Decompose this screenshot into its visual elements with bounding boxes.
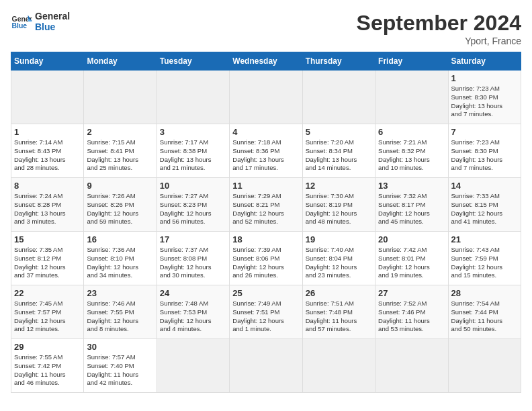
cell-info: Sunrise: 7:55 AMSunset: 7:42 PMDaylight:… (14, 353, 81, 387)
month-title: September 2024 (357, 11, 521, 36)
day-number: 30 (87, 342, 153, 352)
calendar-cell: 12Sunrise: 7:30 AMSunset: 8:19 PMDayligh… (302, 178, 375, 232)
calendar-cell: 16Sunrise: 7:36 AMSunset: 8:10 PMDayligh… (84, 232, 157, 285)
logo-text-line2: Blue (35, 21, 70, 32)
cell-info: Sunrise: 7:15 AMSunset: 8:41 PMDaylight:… (87, 138, 153, 173)
day-number: 4 (232, 127, 299, 137)
calendar-cell: 23Sunrise: 7:46 AMSunset: 7:55 PMDayligh… (84, 285, 157, 339)
calendar-cell: 13Sunrise: 7:32 AMSunset: 8:17 PMDayligh… (375, 178, 448, 232)
calendar-cell: 26Sunrise: 7:51 AMSunset: 7:48 PMDayligh… (302, 285, 375, 339)
calendar-cell: 1Sunrise: 7:23 AMSunset: 8:30 PMDaylight… (448, 71, 521, 124)
calendar-cell (157, 339, 229, 393)
cell-info: Sunrise: 7:30 AMSunset: 8:19 PMDaylight:… (306, 192, 372, 226)
cell-info: Sunrise: 7:36 AMSunset: 8:10 PMDaylight:… (87, 246, 153, 280)
page-header: General Blue General Blue September 2024… (11, 11, 521, 46)
calendar-cell: 30Sunrise: 7:57 AMSunset: 7:40 PMDayligh… (84, 339, 157, 393)
column-header-saturday: Saturday (448, 52, 521, 71)
calendar-cell (157, 71, 229, 124)
cell-info: Sunrise: 7:39 AMSunset: 8:06 PMDaylight:… (232, 246, 299, 280)
cell-info: Sunrise: 7:27 AMSunset: 8:23 PMDaylight:… (160, 192, 226, 226)
calendar-cell: 29Sunrise: 7:55 AMSunset: 7:42 PMDayligh… (11, 339, 84, 393)
calendar-cell: 6Sunrise: 7:21 AMSunset: 8:32 PMDaylight… (375, 124, 448, 178)
calendar-cell (448, 339, 521, 393)
cell-info: Sunrise: 7:33 AMSunset: 8:15 PMDaylight:… (451, 192, 518, 226)
calendar-cell: 5Sunrise: 7:20 AMSunset: 8:34 PMDaylight… (302, 124, 375, 178)
cell-info: Sunrise: 7:21 AMSunset: 8:32 PMDaylight:… (378, 138, 445, 173)
calendar-cell (230, 339, 302, 393)
calendar-cell: 14Sunrise: 7:33 AMSunset: 8:15 PMDayligh… (448, 178, 521, 232)
cell-info: Sunrise: 7:26 AMSunset: 8:26 PMDaylight:… (87, 192, 153, 226)
calendar-cell (230, 71, 302, 124)
calendar-cell (375, 339, 448, 393)
day-number: 12 (306, 181, 372, 191)
day-number: 17 (160, 234, 226, 244)
calendar-cell: 4Sunrise: 7:18 AMSunset: 8:36 PMDaylight… (230, 124, 302, 178)
day-number: 1 (451, 73, 518, 83)
day-number: 26 (306, 288, 372, 298)
cell-info: Sunrise: 7:40 AMSunset: 8:04 PMDaylight:… (306, 246, 372, 280)
day-number: 8 (14, 181, 81, 191)
cell-info: Sunrise: 7:54 AMSunset: 7:44 PMDaylight:… (451, 300, 518, 334)
day-number: 24 (160, 288, 226, 298)
svg-text:Blue: Blue (12, 22, 28, 30)
cell-info: Sunrise: 7:45 AMSunset: 7:57 PMDaylight:… (14, 300, 81, 334)
day-number: 11 (232, 181, 299, 191)
calendar-cell: 24Sunrise: 7:48 AMSunset: 7:53 PMDayligh… (157, 285, 229, 339)
calendar-cell: 25Sunrise: 7:49 AMSunset: 7:51 PMDayligh… (230, 285, 302, 339)
day-number: 7 (451, 127, 518, 137)
cell-info: Sunrise: 7:20 AMSunset: 8:34 PMDaylight:… (306, 138, 372, 173)
column-header-thursday: Thursday (302, 52, 375, 71)
column-header-wednesday: Wednesday (230, 52, 302, 71)
cell-info: Sunrise: 7:52 AMSunset: 7:46 PMDaylight:… (378, 300, 445, 334)
day-number: 18 (232, 234, 299, 244)
column-header-tuesday: Tuesday (157, 52, 229, 71)
calendar-cell: 27Sunrise: 7:52 AMSunset: 7:46 PMDayligh… (375, 285, 448, 339)
calendar-cell: 20Sunrise: 7:42 AMSunset: 8:01 PMDayligh… (375, 232, 448, 285)
day-number: 21 (451, 234, 518, 244)
day-number: 23 (87, 288, 153, 298)
day-number: 13 (378, 181, 445, 191)
cell-info: Sunrise: 7:23 AMSunset: 8:30 PMDaylight:… (451, 85, 518, 119)
calendar-week-row: 29Sunrise: 7:55 AMSunset: 7:42 PMDayligh… (11, 339, 521, 393)
cell-info: Sunrise: 7:42 AMSunset: 8:01 PMDaylight:… (378, 246, 445, 280)
cell-info: Sunrise: 7:14 AMSunset: 8:43 PMDaylight:… (14, 138, 81, 173)
logo-text-line1: General (35, 11, 70, 21)
calendar-cell (302, 339, 375, 393)
calendar-cell (11, 71, 84, 124)
day-number: 15 (14, 234, 81, 244)
day-number: 19 (306, 234, 372, 244)
calendar-cell: 15Sunrise: 7:35 AMSunset: 8:12 PMDayligh… (11, 232, 84, 285)
calendar-cell: 18Sunrise: 7:39 AMSunset: 8:06 PMDayligh… (230, 232, 302, 285)
calendar-cell (302, 71, 375, 124)
cell-info: Sunrise: 7:23 AMSunset: 8:30 PMDaylight:… (451, 138, 518, 173)
location: Yport, France (357, 36, 521, 46)
calendar-week-row: 1Sunrise: 7:14 AMSunset: 8:43 PMDaylight… (11, 124, 521, 178)
day-number: 1 (14, 127, 81, 137)
cell-info: Sunrise: 7:32 AMSunset: 8:17 PMDaylight:… (378, 192, 445, 226)
calendar-table: SundayMondayTuesdayWednesdayThursdayFrid… (11, 52, 521, 393)
calendar-cell: 1Sunrise: 7:14 AMSunset: 8:43 PMDaylight… (11, 124, 84, 178)
calendar-week-row: 22Sunrise: 7:45 AMSunset: 7:57 PMDayligh… (11, 285, 521, 339)
column-header-friday: Friday (375, 52, 448, 71)
day-number: 14 (451, 181, 518, 191)
calendar-cell: 17Sunrise: 7:37 AMSunset: 8:08 PMDayligh… (157, 232, 229, 285)
day-number: 2 (87, 127, 153, 137)
column-header-monday: Monday (84, 52, 157, 71)
column-header-sunday: Sunday (11, 52, 84, 71)
day-number: 5 (306, 127, 372, 137)
title-area: September 2024 Yport, France (357, 11, 521, 46)
calendar-cell: 7Sunrise: 7:23 AMSunset: 8:30 PMDaylight… (448, 124, 521, 178)
calendar-week-row: 15Sunrise: 7:35 AMSunset: 8:12 PMDayligh… (11, 232, 521, 285)
day-number: 25 (232, 288, 299, 298)
cell-info: Sunrise: 7:49 AMSunset: 7:51 PMDaylight:… (232, 300, 299, 334)
cell-info: Sunrise: 7:17 AMSunset: 8:38 PMDaylight:… (160, 138, 226, 173)
calendar-week-row: 8Sunrise: 7:24 AMSunset: 8:28 PMDaylight… (11, 178, 521, 232)
cell-info: Sunrise: 7:35 AMSunset: 8:12 PMDaylight:… (14, 246, 81, 280)
cell-info: Sunrise: 7:18 AMSunset: 8:36 PMDaylight:… (232, 138, 299, 173)
calendar-header-row: SundayMondayTuesdayWednesdayThursdayFrid… (11, 52, 521, 71)
day-number: 29 (14, 342, 81, 352)
logo-icon: General Blue (11, 11, 32, 32)
calendar-week-row: 1Sunrise: 7:23 AMSunset: 8:30 PMDaylight… (11, 71, 521, 124)
cell-info: Sunrise: 7:37 AMSunset: 8:08 PMDaylight:… (160, 246, 226, 280)
day-number: 10 (160, 181, 226, 191)
